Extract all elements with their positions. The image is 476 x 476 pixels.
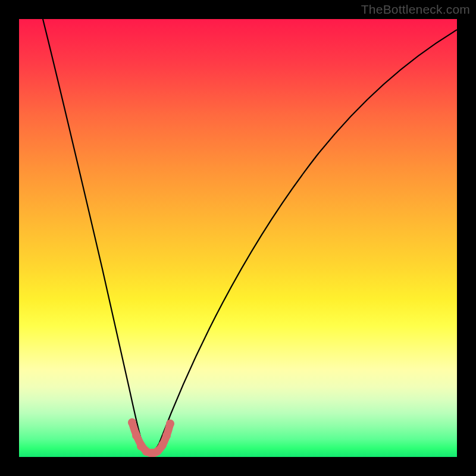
marker-dot [132,431,140,440]
curve-group [43,19,457,451]
bottleneck-curve-right [159,30,457,443]
bottleneck-curve-left [43,19,143,444]
marker-dot [128,418,136,427]
watermark-text: TheBottleneck.com [361,2,470,17]
bottleneck-curve-svg [19,19,457,457]
gradient-plot-area [19,19,457,457]
marker-dot [166,419,174,428]
marker-dot [162,431,171,440]
optimal-marker-group [128,418,174,457]
marker-dot [158,441,167,449]
